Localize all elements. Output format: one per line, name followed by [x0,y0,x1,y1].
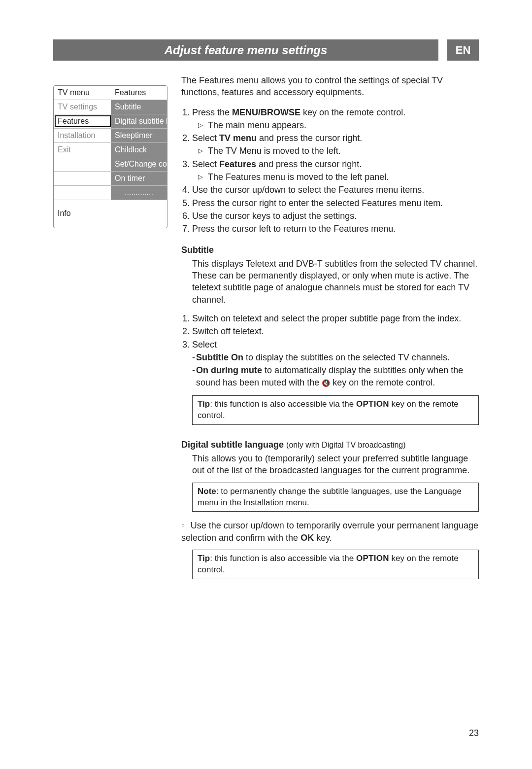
page-number: 23 [469,728,479,738]
menu-row-0: TV settingsSubtitle [54,100,167,114]
subtitle-step-2: Switch off teletext. [192,325,479,337]
dsl-bullet: ○Use the cursor up/down to temporarily o… [181,520,479,544]
menu-row-right: Childlock [111,143,167,157]
triangle-bullet-icon: ▷ [198,146,203,155]
step-3: Select Features and press the cursor rig… [192,158,479,183]
triangle-bullet-icon: ▷ [198,121,203,130]
step-6: Use the cursor keys to adjust the settin… [192,210,479,222]
menu-row-left: Exit [54,143,111,157]
triangle-bullet-icon: ▷ [198,173,203,181]
menu-right-header: Features [111,86,167,100]
menu-row-3: ExitChildlock [54,142,167,157]
menu-row-left [54,172,111,185]
language-tab: EN [447,39,479,61]
menu-row-left [54,186,111,200]
page-title: Adjust feature menu settings [53,39,438,61]
step-result: ▷The TV Menu is moved to the left. [198,145,479,157]
menu-row-left: Features [54,114,111,128]
menu-row-left [54,157,111,171]
tv-menu-panel: TV menu Features TV settingsSubtitleFeat… [53,85,167,228]
title-bar-row: Adjust feature menu settings EN [53,39,479,61]
menu-info-label: Info [54,200,167,228]
dsl-heading: Digital subtitle language [181,440,284,450]
menu-row-right: On timer [111,172,167,185]
step-result: ▷The Features menu is moved to the left … [198,171,479,183]
subtitle-step-1: Switch on teletext and select the proper… [192,313,479,324]
menu-row-left: Installation [54,129,111,142]
subtitle-tip-box: Tip: this function is also accessible vi… [192,395,479,425]
step-1: Press the MENU/BROWSE key on the remote … [192,106,479,132]
main-steps-list: Press the MENU/BROWSE key on the remote … [181,106,479,235]
subtitle-step-3: Select Subtitle On to display the subtit… [192,339,479,388]
step-4: Use the cursor up/down to select the Fea… [192,184,479,196]
subtitle-option-on: Subtitle On to display the subtitles on … [192,351,479,363]
menu-row-right: Digital subtitle lan.. [111,114,167,128]
menu-row-6: ............. [54,185,167,200]
subtitle-heading: Subtitle [181,244,479,256]
dsl-note-box: Note: to permanently change the subtitle… [192,483,479,512]
step-2: Select TV menu and press the cursor righ… [192,132,479,157]
menu-row-right: Set/Change code [111,157,167,171]
dsl-heading-note: (only with Digital TV broadcasting) [286,441,405,449]
step-5: Press the cursor right to enter the sele… [192,197,479,209]
menu-row-right: ............. [111,186,167,200]
menu-row-1: FeaturesDigital subtitle lan.. [54,114,167,128]
menu-row-right: Subtitle [111,100,167,114]
menu-left-header: TV menu [54,86,111,100]
subtitle-body: This displays Teletext and DVB-T subtitl… [192,258,479,306]
menu-row-left: TV settings [54,100,111,114]
menu-row-4: Set/Change code [54,157,167,171]
mute-icon: 🔇 [322,379,330,388]
subtitle-steps-list: Switch on teletext and select the proper… [181,313,479,388]
intro-paragraph: The Features menu allows you to control … [181,74,479,99]
menu-row-5: On timer [54,171,167,185]
menu-row-2: InstallationSleeptimer [54,128,167,142]
step-7: Press the cursor left to return to the F… [192,223,479,235]
menu-row-right: Sleeptimer [111,129,167,142]
subtitle-option-mute: On during mute to automatically display … [192,364,479,388]
dsl-tip-box: Tip: this function is also accessible vi… [192,550,479,579]
step-result: ▷The main menu appears. [198,119,479,131]
dsl-body: This allows you to (temporarily) select … [192,453,479,477]
circle-bullet-icon: ○ [181,522,185,529]
